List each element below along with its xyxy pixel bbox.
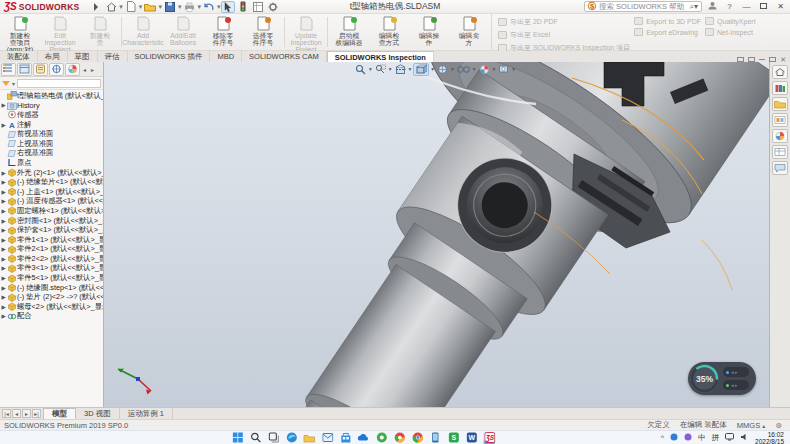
expand-arrow-icon[interactable]: ▶ (0, 294, 7, 300)
hide-show-items-button[interactable] (456, 63, 471, 76)
expand-arrow-icon[interactable]: ▶ (0, 122, 7, 128)
tab-装配体[interactable]: 装配体 (0, 51, 38, 62)
expand-arrow-icon[interactable] (89, 1, 103, 13)
tree-item[interactable]: ▶螺母<2> (默认<<默认>_显示状态 (0, 302, 103, 312)
ribbon-button-new-inspection-project[interactable]: 新建检 查项目 (amp;对) (0, 14, 40, 50)
tree-item[interactable]: 前视基准面 (0, 129, 103, 139)
tree-item[interactable]: 原点 (0, 158, 103, 168)
tray-chevron-icon[interactable]: ^ (661, 434, 664, 441)
graphics-area[interactable]: ▾▾▾▾▾▾▾▾ 35% ●▸ (104, 62, 790, 407)
tree-item[interactable]: ▶(-) 上盖<1> (默认<<默认>_显示状 (0, 187, 103, 197)
expand-arrow-icon[interactable]: ▶ (0, 102, 7, 108)
select-cursor-icon[interactable] (221, 1, 235, 13)
user-account-icon[interactable] (706, 1, 719, 12)
file-explorer-button[interactable] (772, 97, 788, 111)
search-input[interactable]: Ⓢ 搜索 SOLIDWORKS 帮助 ⌕▾ (584, 1, 702, 12)
expand-arrow-icon[interactable]: ▶ (0, 218, 7, 224)
taskbar-onedrive-icon[interactable] (357, 432, 369, 444)
expand-arrow-icon[interactable]: ▶ (0, 265, 7, 271)
taskbar-word-icon[interactable]: W (465, 432, 477, 444)
tab-mbd[interactable]: MBD (210, 51, 242, 62)
doc-minimize-icon[interactable] (759, 59, 765, 60)
tree-item[interactable]: ▶零件5<1> (默认<<默认>_显示状 (0, 273, 103, 283)
tray-app-purple-icon[interactable] (684, 433, 692, 442)
expand-arrow-icon[interactable]: ▶ (0, 227, 7, 233)
tab-scroll-right-icon[interactable]: ▸ (22, 409, 31, 418)
tab-solidworks-inspection[interactable]: SOLIDWORKS Inspection (327, 51, 434, 62)
rebuild-icon[interactable] (236, 1, 250, 13)
restore-button[interactable] (757, 2, 770, 11)
ribbon-button-launch-template-editor[interactable]: 启动模 板编辑器 (329, 14, 369, 50)
3d-model-canvas[interactable] (104, 62, 790, 407)
minimize-button[interactable]: — (740, 2, 753, 11)
tab-草图[interactable]: 草图 (68, 51, 98, 62)
open-document-icon[interactable] (143, 1, 157, 13)
tree-item[interactable]: ▶零件2<1> (默认<<默认>_显示状 (0, 245, 103, 255)
expand-arrow-icon[interactable]: ▶ (0, 304, 7, 310)
search-icon[interactable]: ⌕▾ (690, 2, 699, 12)
tab-布局[interactable]: 布局 (38, 51, 68, 62)
taskbar-phone-link-icon[interactable] (429, 432, 441, 444)
tab-solidworks-cam[interactable]: SOLIDWORKS CAM (242, 51, 327, 62)
file-properties-icon[interactable] (251, 1, 265, 13)
expand-arrow-icon[interactable]: ▶ (0, 179, 7, 185)
dimxpert-manager-tab[interactable] (49, 63, 64, 76)
taskbar-wps-icon[interactable]: S (447, 432, 459, 444)
tree-item[interactable]: 右视基准面 (0, 149, 103, 159)
tree-item[interactable]: 传感器 (0, 110, 103, 120)
panel-arrow-left-icon[interactable]: ◂ (81, 66, 88, 73)
ribbon-button-select-balloons[interactable]: 选择零 件序号 (243, 14, 283, 50)
expand-arrow-icon[interactable]: ▶ (0, 170, 7, 176)
taskbar-solidworks-icon[interactable]: ƷS (483, 432, 495, 444)
taskbar-file-explorer-icon[interactable] (303, 432, 315, 444)
tree-item[interactable]: ▶A注解 (0, 120, 103, 130)
taskbar-chrome-icon[interactable] (411, 432, 423, 444)
ime-language[interactable]: 中 (698, 433, 706, 443)
tab-scroll-first-icon[interactable]: |◂ (2, 409, 11, 418)
tree-item[interactable]: ▶History (0, 101, 103, 111)
home-icon[interactable] (104, 1, 118, 13)
tab-solidworks-插件[interactable]: SOLIDWORKS 插件 (128, 51, 211, 62)
tab-评估[interactable]: 评估 (98, 51, 128, 62)
doc-tab-3D-视图[interactable]: 3D 视图 (76, 408, 120, 419)
tree-item[interactable]: ▶(-) 绝缘圈.step<1> (默认<<默认> (0, 283, 103, 293)
tree-item[interactable]: ▶密封圈<1> (默认<<默认>_显示状 (0, 216, 103, 226)
expand-arrow-icon[interactable]: ▶ (0, 256, 7, 262)
tree-item[interactable]: 上视基准面 (0, 139, 103, 149)
display-manager-tab[interactable] (65, 63, 80, 76)
taskbar-start-icon[interactable] (231, 432, 243, 444)
taskbar-search-icon[interactable] (249, 432, 261, 444)
appearances-scenes-button[interactable] (772, 129, 788, 143)
status-units[interactable]: MMGS ▴ (737, 421, 765, 430)
filter-funnel-icon[interactable] (2, 81, 10, 86)
design-library-button[interactable] (772, 81, 788, 95)
status-customize-icon[interactable]: ⊛ (775, 421, 782, 430)
tree-item[interactable]: ▶零件3<1> (默认<<默认>_显示状 (0, 264, 103, 274)
expand-arrow-icon[interactable]: ▶ (0, 189, 7, 195)
feature-tree-tab[interactable] (1, 63, 16, 76)
section-view-button[interactable] (394, 63, 407, 76)
ime-mode[interactable]: 拼 (712, 433, 720, 443)
view-orientation-button[interactable] (413, 63, 429, 76)
ribbon-button-edit-vendors[interactable]: 编辑卖 方 (449, 14, 489, 50)
solidworks-resources-button[interactable] (772, 65, 788, 79)
expand-arrow-icon[interactable]: ▶ (0, 313, 7, 319)
overlay-button-bottom[interactable]: ●▸ (723, 380, 749, 390)
print-icon[interactable] (182, 1, 196, 13)
zoom-area-button[interactable] (374, 63, 387, 76)
tree-item[interactable]: ▶固定螺栓<1> (默认<<默认>_显示 (0, 206, 103, 216)
taskbar-mail-icon[interactable] (321, 432, 333, 444)
taskbar-edge-icon[interactable] (285, 432, 297, 444)
speaker-icon[interactable] (740, 433, 749, 442)
taskbar-task-view-icon[interactable] (267, 432, 279, 444)
edit-appearance-button[interactable] (478, 63, 491, 76)
display-style-button[interactable] (436, 63, 449, 76)
taskbar-app-green-icon[interactable] (375, 432, 387, 444)
zoom-overlay[interactable]: 35% ●▸ ●▸ (688, 362, 756, 395)
ribbon-button-edit-operations[interactable]: 编辑操 作 (409, 14, 449, 50)
tree-item[interactable]: ▶零件1<1> (默认<<默认>_显示状态 (0, 235, 103, 245)
expand-arrow-icon[interactable]: ▶ (0, 246, 7, 252)
tree-item[interactable]: ▶零件2<2> (默认<<默认>_显示状 (0, 254, 103, 264)
tray-app-blue-icon[interactable] (670, 433, 678, 442)
view-palette-button[interactable] (772, 113, 788, 127)
